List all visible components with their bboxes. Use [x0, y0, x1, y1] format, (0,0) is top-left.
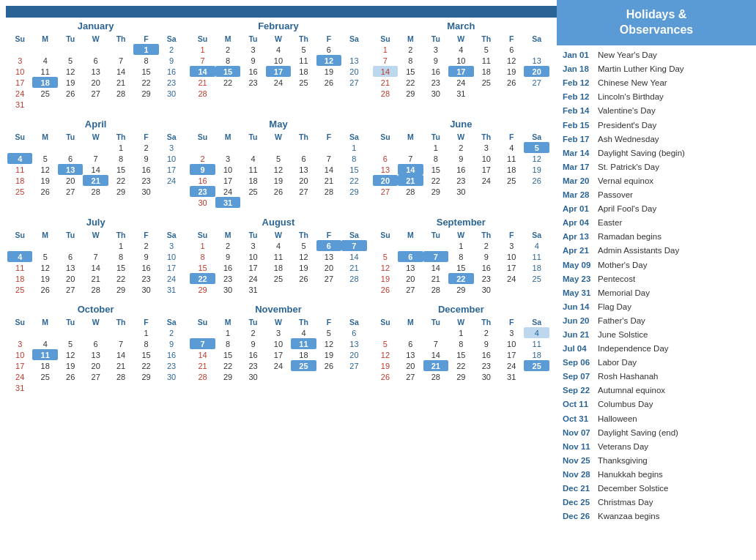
calendar-day	[58, 240, 83, 251]
month-block: FebruarySuMTuWThFSa123456789101112131415…	[188, 18, 368, 113]
calendar-day: 19	[316, 66, 341, 77]
calendar-day	[58, 327, 83, 338]
calendar-day: 15	[108, 262, 133, 273]
day-header: Su	[190, 230, 215, 240]
calendar-day: 8	[423, 153, 448, 164]
calendar-day: 29	[423, 186, 448, 197]
calendar-day: 13	[291, 164, 316, 175]
calendar-day: 16	[448, 164, 473, 175]
sidebar-item: May 31Memorial Day	[563, 285, 750, 299]
calendar-day: 31	[159, 284, 185, 295]
calendar-day: 4	[266, 44, 291, 55]
calendar-day: 31	[448, 88, 473, 99]
calendar-day: 7	[108, 55, 133, 66]
calendar-day: 30	[133, 284, 158, 295]
calendar-day: 6	[341, 327, 367, 338]
calendar-day: 29	[108, 284, 133, 295]
calendar-day: 1	[108, 240, 133, 251]
calendar-day: 2	[240, 327, 265, 338]
sidebar-name: Kwanzaa begins	[598, 510, 659, 522]
calendar-day: 8	[133, 338, 158, 349]
calendar-day: 26	[58, 371, 83, 382]
calendar-day: 21	[190, 77, 215, 88]
day-header: Su	[190, 132, 215, 142]
calendar-day	[215, 142, 240, 153]
calendar-day: 7	[373, 55, 398, 66]
calendar-day: 21	[423, 273, 448, 284]
day-header: M	[215, 132, 240, 142]
day-header: F	[133, 132, 158, 142]
calendar-day: 16	[159, 66, 185, 77]
calendar-day: 16	[474, 262, 499, 273]
calendar-day: 27	[58, 186, 83, 197]
calendar-day: 5	[291, 240, 316, 251]
calendar-day	[291, 197, 316, 208]
calendar-day: 7	[423, 251, 448, 262]
day-header: Th	[291, 132, 316, 142]
calendar-day: 11	[499, 153, 524, 164]
sidebar-item: Feb 14Valentine's Day	[563, 104, 750, 118]
sidebar-date: Nov 07	[563, 427, 598, 438]
sidebar-date: May 23	[563, 273, 598, 285]
calendar-day: 18	[474, 66, 499, 77]
month-title: December	[373, 304, 549, 315]
calendar-day	[499, 284, 524, 295]
calendar-day	[373, 142, 398, 153]
calendar-day	[524, 88, 549, 99]
calendar-day: 19	[58, 360, 83, 371]
calendar-day: 13	[341, 55, 367, 66]
calendar-day: 22	[190, 273, 215, 284]
calendar-day: 11	[524, 251, 549, 262]
calendar-day: 3	[159, 142, 185, 153]
calendar-day	[341, 371, 367, 382]
sidebar-date: Apr 13	[563, 231, 598, 242]
calendar-day	[58, 142, 83, 153]
calendar-day: 11	[524, 338, 549, 349]
day-header: M	[215, 317, 240, 327]
calendar-day	[266, 197, 291, 208]
day-header: F	[133, 317, 158, 327]
calendar-day: 8	[133, 55, 158, 66]
month-title: February	[190, 20, 366, 31]
sidebar-item: Nov 07Daylight Saving (end)	[563, 425, 750, 439]
calendar-day: 1	[108, 142, 133, 153]
calendar-day: 16	[240, 349, 265, 360]
calendar-day: 13	[398, 349, 423, 360]
calendar-day: 13	[524, 55, 549, 66]
calendar-day: 29	[398, 88, 423, 99]
day-header: Tu	[240, 317, 265, 327]
sidebar-name: Vernal equinox	[598, 175, 653, 187]
month-title: November	[190, 304, 366, 315]
sidebar-name: Ramadan begins	[598, 231, 662, 242]
calendar-day: 3	[240, 240, 265, 251]
calendar-day: 30	[133, 186, 158, 197]
sidebar-name: Pentecost	[598, 273, 635, 285]
calendar-day: 18	[7, 273, 32, 284]
calendar-day: 8	[215, 338, 240, 349]
day-header: Th	[474, 34, 499, 44]
calendar-day: 16	[474, 349, 499, 360]
day-header: Sa	[159, 317, 185, 327]
sidebar-item: Jun 20Father's Day	[563, 313, 750, 327]
calendar-day: 4	[524, 240, 549, 251]
calendar-day: 4	[499, 142, 524, 153]
calendar-day: 3	[499, 327, 524, 338]
day-header: M	[398, 132, 423, 142]
day-header: Tu	[58, 34, 83, 44]
calendar-day: 12	[291, 251, 316, 262]
day-header: M	[32, 34, 57, 44]
calendar-day: 17	[215, 175, 240, 186]
calendar-day: 5	[316, 327, 341, 338]
calendar-day: 23	[423, 77, 448, 88]
day-header: Sa	[341, 230, 367, 240]
calendar-day: 29	[108, 186, 133, 197]
day-header: Su	[373, 132, 398, 142]
sidebar-item: Apr 01April Fool's Day	[563, 202, 750, 216]
calendar-day: 5	[58, 338, 83, 349]
calendar-day: 2	[474, 240, 499, 251]
calendar-day: 19	[32, 175, 57, 186]
calendar-day	[291, 284, 316, 295]
calendar-day: 13	[83, 66, 108, 77]
month-block: MaySuMTuWThFSa12345678910111213141516171…	[188, 116, 368, 211]
calendar-day: 4	[524, 327, 549, 338]
